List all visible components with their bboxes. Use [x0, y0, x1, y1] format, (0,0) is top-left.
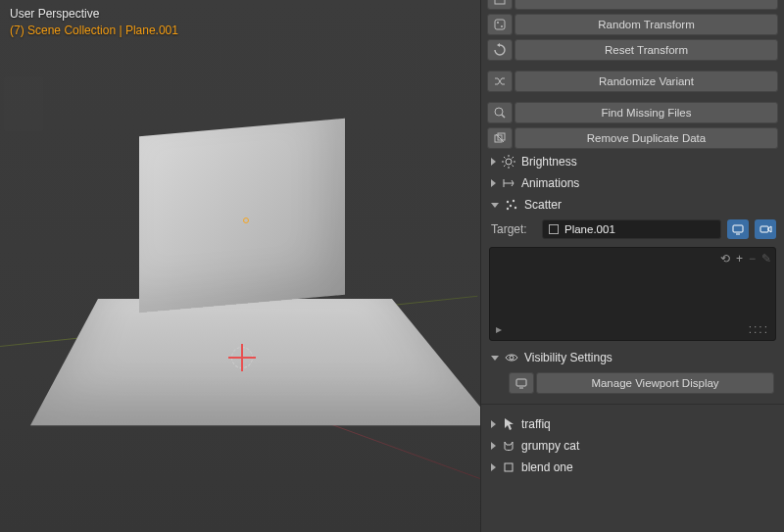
random-transform-button[interactable]: Random Transform	[514, 14, 778, 35]
reset-transform-button[interactable]: Reset Transform	[514, 39, 778, 61]
section-scatter-label: Scatter	[524, 198, 562, 212]
snap-icon-button[interactable]	[487, 0, 513, 10]
mesh-plane-vertical[interactable]	[139, 119, 345, 313]
snap-button[interactable]	[514, 0, 778, 10]
svg-point-22	[507, 208, 509, 210]
manage-viewport-label: Manage Viewport Display	[591, 377, 718, 389]
toggle-render-visibility[interactable]	[755, 219, 776, 239]
section-scatter[interactable]: Scatter	[481, 194, 784, 216]
sun-icon	[502, 155, 515, 169]
search-icon	[493, 106, 507, 120]
scatter-icon	[505, 198, 518, 212]
properties-panel: Random Transform Reset Transform Randomi…	[480, 0, 784, 532]
target-label: Target:	[491, 222, 536, 236]
svg-point-2	[497, 22, 499, 24]
chevron-down-icon	[491, 203, 499, 208]
cursor-pointer-icon	[502, 417, 515, 431]
svg-rect-25	[760, 226, 768, 232]
remove-dupes-button[interactable]: Remove Duplicate Data	[514, 127, 778, 149]
svg-point-4	[495, 108, 503, 116]
section-animations[interactable]: Animations	[481, 172, 784, 194]
chevron-right-icon	[491, 179, 496, 187]
target-field[interactable]: Plane.001	[542, 219, 721, 239]
addon-grumpy-label: grumpy cat	[521, 439, 579, 453]
animation-icon	[502, 176, 515, 190]
svg-line-15	[513, 166, 514, 168]
target-value: Plane.001	[564, 223, 615, 235]
chevron-down-icon	[491, 356, 499, 361]
list-add-button[interactable]: +	[736, 252, 743, 266]
svg-line-16	[504, 166, 506, 168]
svg-point-9	[506, 159, 512, 165]
addon-blend-one[interactable]: blend one	[481, 457, 784, 478]
svg-point-3	[501, 25, 503, 27]
view-name-label: User Perspective	[10, 6, 178, 23]
button-cutoff-row	[487, 0, 778, 10]
scatter-presets-list[interactable]: ⟲ + − ✎ ▸ ::::	[489, 247, 776, 341]
svg-point-26	[510, 356, 514, 360]
object-origin-icon	[243, 218, 249, 223]
collection-number: (7)	[10, 24, 24, 37]
section-visibility[interactable]: Visibility Settings	[481, 345, 784, 370]
object-data-icon	[549, 224, 559, 234]
list-grip-icon[interactable]: ::::	[749, 322, 769, 336]
scene-render	[0, 0, 480, 532]
manage-viewport-button[interactable]: Manage Viewport Display	[536, 372, 774, 394]
mesh-plane-floor[interactable]	[30, 299, 496, 425]
randomize-variant-icon-button[interactable]	[487, 71, 513, 92]
chevron-right-icon	[491, 420, 496, 428]
svg-line-5	[502, 115, 505, 118]
chevron-right-icon	[491, 158, 496, 166]
svg-rect-23	[733, 225, 743, 232]
list-tools: ⟲ + − ✎	[720, 252, 771, 266]
scatter-target-row: Target: Plane.001	[481, 216, 784, 243]
list-edit-button[interactable]: ✎	[761, 252, 771, 266]
randomize-variant-label: Randomize Variant	[599, 75, 694, 87]
svg-line-17	[513, 157, 514, 159]
viewport-overlay-text: User Perspective (7) Scene Collection | …	[10, 6, 178, 39]
randomize-variant-button[interactable]: Randomize Variant	[514, 71, 778, 92]
remove-dupes-icon-button[interactable]	[487, 127, 513, 149]
reset-transform-label: Reset Transform	[605, 44, 688, 56]
monitor-icon	[731, 222, 745, 236]
viewport-3d[interactable]: User Perspective (7) Scene Collection | …	[0, 0, 480, 532]
chevron-right-icon	[491, 442, 496, 450]
monitor-icon	[514, 376, 528, 390]
cursor-3d-icon	[231, 347, 253, 368]
section-brightness[interactable]: Brightness	[481, 151, 784, 172]
dice-icon	[493, 18, 507, 31]
find-missing-icon-button[interactable]	[487, 102, 513, 123]
cat-icon	[502, 439, 515, 453]
duplicate-remove-icon	[493, 131, 507, 145]
manage-viewport-icon-button[interactable]	[509, 372, 534, 394]
active-object-name: Plane.001	[125, 24, 178, 37]
svg-rect-29	[505, 463, 513, 471]
reset-transform-icon-button[interactable]	[487, 39, 513, 61]
addon-traffiq-label: traffiq	[521, 417, 551, 431]
svg-rect-0	[495, 0, 505, 4]
collection-separator: |	[119, 24, 122, 37]
addon-grumpy-cat[interactable]: grumpy cat	[481, 435, 784, 457]
remove-dupes-label: Remove Duplicate Data	[587, 132, 706, 144]
svg-line-14	[504, 157, 506, 159]
svg-rect-1	[495, 20, 505, 29]
random-transform-icon-button[interactable]	[487, 14, 513, 35]
find-missing-button[interactable]: Find Missing Files	[514, 102, 778, 123]
section-animations-label: Animations	[521, 176, 579, 190]
svg-point-19	[513, 200, 514, 202]
find-missing-label: Find Missing Files	[601, 107, 691, 119]
toggle-viewport-visibility[interactable]	[727, 219, 749, 239]
list-remove-button[interactable]: −	[749, 252, 756, 266]
svg-rect-27	[516, 379, 526, 386]
addon-traffiq[interactable]: traffiq	[481, 413, 784, 435]
svg-point-21	[514, 207, 516, 209]
random-transform-label: Random Transform	[598, 19, 694, 30]
svg-point-18	[507, 201, 509, 203]
package-icon	[502, 460, 515, 474]
list-expand-toggle[interactable]: ▸	[496, 322, 502, 336]
list-link-button[interactable]: ⟲	[720, 252, 730, 266]
reset-icon	[493, 43, 507, 57]
shuffle-icon	[493, 74, 507, 88]
collection-label: Scene Collection	[27, 24, 116, 37]
svg-point-20	[510, 205, 512, 207]
